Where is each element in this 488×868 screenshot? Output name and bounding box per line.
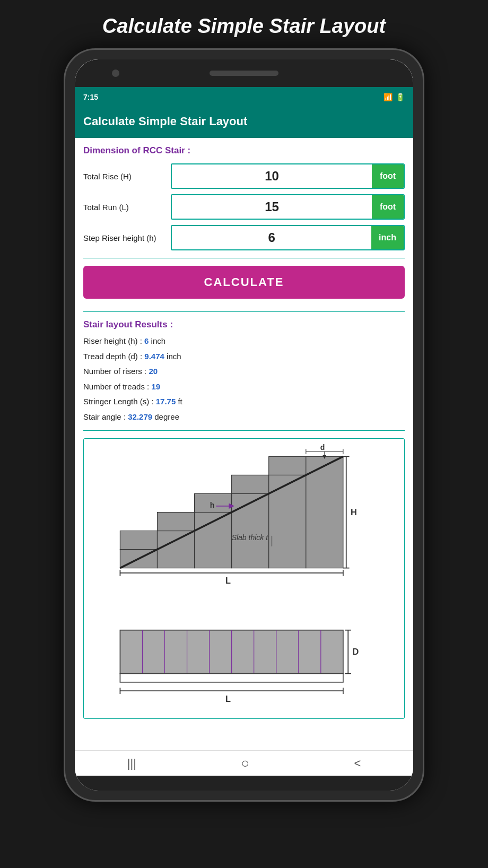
stair-diagram-svg: Slab thick t H L d: [89, 444, 399, 618]
svg-text:d: d: [320, 444, 325, 452]
page-title: Calculate Simple Stair Layout: [92, 0, 396, 48]
result-stair-angle: Stair angle : 32.279 degree: [83, 411, 405, 423]
cross-section-diagram-svg: D L: [89, 624, 399, 711]
divider-2: [83, 311, 405, 312]
result-tread-depth: Tread depth (d) : 9.474 inch: [83, 351, 405, 363]
result-riser-height: Riser height (h) : 6 inch: [83, 335, 405, 348]
svg-rect-9: [269, 456, 306, 475]
svg-rect-43: [120, 673, 343, 682]
result-num-risers-value: 20: [149, 367, 158, 376]
result-tread-depth-value: 9.474: [144, 352, 164, 361]
divider-3: [83, 430, 405, 431]
total-rise-unit: foot: [372, 164, 404, 188]
result-stair-angle-value: 32.279: [128, 412, 152, 421]
total-rise-input[interactable]: [172, 164, 372, 188]
result-stringer-length-value: 17.75: [156, 397, 176, 406]
divider-1: [83, 258, 405, 258]
back-nav-icon[interactable]: |||: [127, 757, 136, 770]
svg-rect-1: [120, 531, 157, 550]
status-icons: 📶 🔋: [384, 93, 405, 101]
recent-nav-icon[interactable]: <: [354, 757, 361, 770]
calculate-button[interactable]: CALCULATE: [83, 266, 405, 299]
step-riser-input-wrapper: inch: [171, 225, 405, 250]
phone-frame: 7:15 📶 🔋 Calculate Simple Stair Layout D…: [64, 48, 424, 802]
total-run-row: Total Run (L) foot: [83, 194, 405, 220]
total-run-unit: foot: [372, 195, 404, 219]
results-section-title: Stair layout Results :: [83, 319, 405, 330]
total-run-input-wrapper: foot: [171, 194, 405, 220]
svg-text:H: H: [351, 507, 357, 517]
camera-dot: [112, 70, 119, 77]
result-num-risers: Number of risers : 20: [83, 366, 405, 378]
svg-rect-7: [232, 475, 269, 493]
svg-text:D: D: [352, 647, 359, 656]
app-header: Calculate Simple Stair Layout: [75, 107, 413, 138]
svg-rect-3: [157, 512, 194, 531]
svg-text:L: L: [225, 576, 231, 585]
result-stringer-length: Stringer Length (s) : 17.75 ft: [83, 396, 405, 408]
step-riser-input[interactable]: [172, 226, 371, 249]
result-riser-height-value: 6: [144, 336, 149, 345]
svg-text:L: L: [225, 694, 231, 704]
app-header-title: Calculate Simple Stair Layout: [83, 115, 405, 128]
bottom-nav: ||| ○ <: [75, 750, 413, 776]
result-num-treads: Number of treads : 19: [83, 381, 405, 393]
app-content: Dimension of RCC Stair : Total Rise (H) …: [75, 138, 413, 750]
svg-text:Slab thick t: Slab thick t: [232, 533, 269, 542]
total-rise-row: Total Rise (H) foot: [83, 163, 405, 189]
phone-bottom-bar: [75, 776, 413, 791]
battery-icon: 🔋: [396, 93, 405, 101]
signal-icon: 📶: [384, 93, 393, 101]
total-run-input[interactable]: [172, 195, 372, 219]
svg-rect-2: [157, 531, 194, 568]
step-riser-label: Step Riser height (h): [83, 233, 171, 242]
stair-diagram: Slab thick t H L d: [83, 438, 405, 719]
phone-top-bar: [75, 59, 413, 87]
speaker-bar: [210, 71, 278, 76]
step-riser-row: Step Riser height (h) inch: [83, 225, 405, 250]
status-bar: 7:15 📶 🔋: [75, 87, 413, 107]
svg-rect-8: [269, 475, 306, 568]
dimension-section-title: Dimension of RCC Stair :: [83, 145, 405, 156]
svg-text:h: h: [210, 501, 215, 509]
svg-rect-6: [232, 493, 269, 568]
phone-screen: 7:15 📶 🔋 Calculate Simple Stair Layout D…: [75, 59, 413, 791]
total-rise-input-wrapper: foot: [171, 163, 405, 189]
result-num-treads-value: 19: [151, 382, 160, 391]
status-time: 7:15: [83, 93, 98, 101]
home-nav-icon[interactable]: ○: [241, 755, 249, 771]
step-riser-unit: inch: [371, 226, 404, 249]
total-run-label: Total Run (L): [83, 203, 171, 212]
total-rise-label: Total Rise (H): [83, 172, 171, 181]
